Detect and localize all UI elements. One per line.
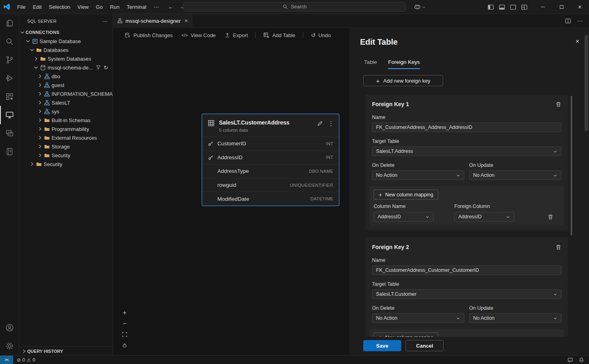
explorer-icon[interactable] (0, 14, 19, 32)
publish-changes-button[interactable]: Publish Changes (120, 30, 177, 41)
delete-mapping-icon[interactable] (547, 214, 553, 220)
tree-item-mssql-schema-database[interactable]: mssql-schema-de... ↻ (19, 63, 113, 72)
window-close-button[interactable]: × (571, 0, 589, 14)
table-row[interactable]: CustomerID INT (202, 136, 339, 150)
source-control-icon[interactable] (0, 51, 19, 69)
lock-icon[interactable] (121, 342, 128, 349)
view-code-button[interactable]: </> View Code (177, 30, 220, 41)
fk-name-input[interactable] (372, 265, 561, 275)
table-row[interactable]: rowguid UNIQUEIDENTIFIER (202, 178, 339, 192)
tree-item-dbo[interactable]: dbo (19, 72, 113, 81)
tab-foreign-keys[interactable]: Foreign Keys (388, 59, 420, 69)
tree-item-sample-database[interactable]: Sample Database (19, 37, 113, 46)
on-update-label: On Update (469, 162, 561, 168)
menu-file[interactable]: File (14, 4, 29, 10)
tree-item-information-schema[interactable]: INFORMATION_SCHEMA (19, 89, 113, 98)
zoom-in-button[interactable]: + (121, 309, 128, 317)
tree-item-guest[interactable]: guest (19, 81, 113, 89)
tree-item-sys[interactable]: sys (19, 107, 113, 116)
menu-go[interactable]: Go (92, 4, 106, 10)
on-update-select[interactable]: No Action (469, 170, 561, 180)
cancel-button[interactable]: Cancel (406, 340, 444, 351)
tree-item-security-db[interactable]: Security (19, 151, 113, 160)
refresh-icon[interactable]: ↻ (103, 65, 108, 71)
section-connections[interactable]: CONNECTIONS (19, 28, 113, 37)
command-center-search[interactable]: Search (183, 2, 406, 12)
tree-item-built-in-schemas[interactable]: Built-in Schemas (19, 116, 113, 125)
table-row[interactable]: ModifiedDate DATETIME (202, 192, 339, 206)
menu-more[interactable]: ⋯ (150, 4, 162, 10)
menu-terminal[interactable]: Terminal (123, 4, 150, 10)
toggle-sidebar-icon[interactable] (488, 4, 494, 10)
table-row[interactable]: AddressType DBO.NAME (202, 164, 339, 178)
table-node-kebab-icon[interactable]: ⋮ (328, 120, 334, 127)
tree-item-storage[interactable]: Storage (19, 142, 113, 151)
filter-icon[interactable] (96, 65, 101, 70)
copilot-menu[interactable] (414, 0, 426, 14)
notifications-bell-icon[interactable] (579, 357, 584, 363)
panel-close-icon[interactable]: × (575, 38, 579, 46)
remote-explorer-icon[interactable] (0, 124, 19, 142)
remote-indicator[interactable]: >< (0, 356, 13, 364)
customize-layout-icon[interactable] (521, 4, 527, 10)
new-column-mapping-button[interactable]: + New column mapping (374, 190, 438, 200)
menu-run[interactable]: Run (106, 4, 123, 10)
panel-inner-scrollbar[interactable] (571, 96, 572, 235)
tab-close-icon[interactable]: × (185, 18, 188, 24)
tab-table[interactable]: Table (364, 59, 377, 69)
on-delete-select[interactable]: No Action (372, 170, 464, 180)
window-maximize-button[interactable] (552, 0, 571, 14)
window-minimize-button[interactable] (534, 0, 552, 14)
panel-outer-scrollbar[interactable] (585, 35, 588, 131)
save-button[interactable]: Save (363, 340, 401, 351)
accounts-icon[interactable] (0, 318, 19, 337)
run-debug-icon[interactable] (0, 69, 19, 87)
toggle-panel-icon[interactable] (499, 4, 505, 10)
tree-item-programmability[interactable]: Programmability (19, 125, 113, 133)
tree-item-system-databases[interactable]: System Databases (19, 54, 113, 63)
menu-edit[interactable]: Edit (29, 4, 45, 10)
delete-foreign-key-icon[interactable] (555, 101, 561, 107)
target-table-select[interactable]: SalesLT.Address (372, 146, 561, 156)
tree-item-databases[interactable]: Databases (19, 46, 113, 54)
feedback-icon[interactable] (567, 357, 573, 363)
settings-gear-icon[interactable] (0, 337, 19, 355)
menu-view[interactable]: View (74, 4, 92, 10)
problems-indicator[interactable]: ⊘ 0 ⚠ 0 (17, 357, 35, 363)
on-update-select[interactable]: No Action (469, 313, 561, 323)
delete-foreign-key-icon[interactable] (555, 244, 561, 250)
fit-view-icon[interactable] (121, 331, 128, 338)
fk-name-input[interactable] (372, 123, 561, 132)
edit-table-pencil-icon[interactable] (317, 120, 323, 127)
foreign-column-select[interactable]: AddressID (454, 212, 514, 222)
toggle-secondary-sidebar-icon[interactable] (510, 4, 516, 10)
sidebar-more-actions-icon[interactable]: ⋯ (102, 18, 108, 24)
column-mapping-section: + New column mapping (370, 329, 564, 337)
add-new-foreign-key-button[interactable]: + Add new foreign key (363, 75, 443, 86)
notebooks-icon[interactable] (0, 142, 19, 161)
table-node-customeraddress[interactable]: SalesLT.CustomerAddress 5 column data ⋮ … (202, 114, 339, 206)
tree-item-external-resources[interactable]: External Resources (19, 133, 113, 142)
tree-item-security-server[interactable]: Security (19, 160, 113, 168)
tab-mssql-schema-designer[interactable]: mssql-schema-designer × (113, 14, 192, 28)
search-view-icon[interactable] (0, 32, 19, 51)
menu-selection[interactable]: Selection (45, 4, 74, 10)
table-row[interactable]: AddressID INT (202, 150, 339, 164)
section-query-history[interactable]: QUERY HISTORY (19, 346, 113, 355)
new-column-mapping-button[interactable]: + New column mapping (374, 332, 438, 337)
split-editor-icon[interactable] (565, 18, 571, 24)
sql-server-view-icon[interactable] (0, 106, 19, 124)
add-table-button[interactable]: Add Table (259, 30, 300, 41)
tree-item-saleslt[interactable]: SalesLT (19, 98, 113, 107)
table-node-header[interactable]: SalesLT.CustomerAddress 5 column data ⋮ (202, 114, 339, 136)
on-delete-select[interactable]: No Action (372, 313, 464, 323)
column-name-select[interactable]: AddressID (374, 212, 434, 222)
zoom-out-button[interactable]: − (121, 320, 128, 327)
extensions-icon[interactable] (0, 87, 19, 106)
export-button[interactable]: Export (220, 30, 253, 41)
diagram-canvas[interactable]: SalesLT.CustomerAddress 5 column data ⋮ … (113, 42, 349, 355)
nav-back-icon[interactable]: ← (168, 4, 173, 10)
target-table-select[interactable]: SalesLT.Customer (372, 289, 561, 299)
editor-more-actions-icon[interactable]: ⋯ (577, 18, 583, 24)
undo-button[interactable]: ↺ Undo (306, 30, 335, 41)
